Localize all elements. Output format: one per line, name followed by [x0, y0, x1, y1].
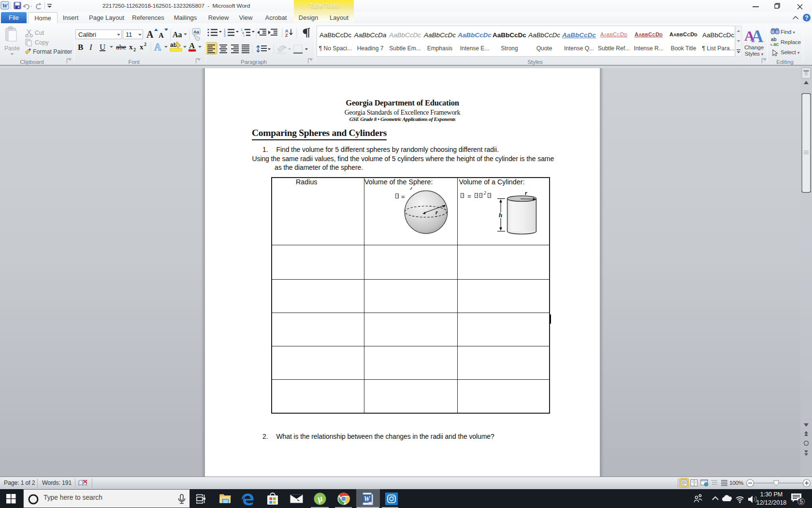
svg-text:2: 2 [144, 42, 146, 47]
svg-text:I: I [89, 43, 93, 52]
svg-text:Paste: Paste [4, 45, 20, 52]
svg-text:r: r [525, 190, 527, 196]
svg-text:Cut: Cut [35, 30, 44, 36]
svg-text:A: A [146, 29, 154, 40]
svg-text:W: W [2, 2, 8, 9]
svg-text:Format Painter: Format Painter [33, 48, 72, 55]
svg-text:W: W [364, 495, 371, 503]
svg-text:?: ? [805, 15, 808, 21]
svg-text:r: r [435, 209, 438, 216]
svg-text:abe: abe [116, 43, 126, 51]
svg-text:A: A [189, 41, 195, 50]
svg-text:Copy: Copy [35, 39, 49, 46]
svg-text:i: i [244, 34, 244, 37]
svg-text:ac: ac [773, 42, 779, 47]
svg-text:h: h [499, 211, 502, 219]
svg-text:A: A [154, 42, 161, 52]
svg-text:B: B [78, 43, 83, 52]
svg-text:3: 3 [224, 34, 226, 37]
svg-text:Aa: Aa [193, 30, 199, 34]
svg-text:Aa: Aa [173, 30, 182, 39]
svg-text:5: 5 [799, 498, 803, 505]
svg-text:2: 2 [133, 47, 136, 52]
svg-text:A: A [159, 31, 164, 39]
svg-text:A: A [751, 27, 764, 46]
svg-text:x: x [129, 43, 133, 51]
svg-text:x: x [140, 43, 144, 51]
svg-text:Z: Z [285, 33, 288, 38]
svg-text:U: U [100, 43, 105, 52]
